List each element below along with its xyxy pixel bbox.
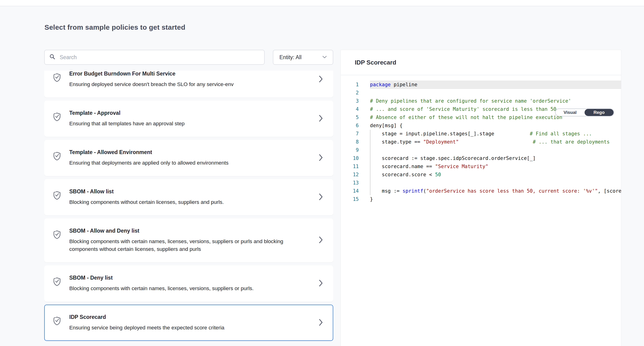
search-input[interactable] bbox=[59, 54, 260, 61]
policy-title: SBOM - Allow and Deny list bbox=[69, 228, 305, 234]
line-number: 13 bbox=[341, 179, 359, 187]
policy-title: SBOM - Allow list bbox=[69, 188, 305, 195]
code-line-12: 12 scorecard.score < 50 bbox=[341, 171, 621, 179]
code-line-14: 14 msg := sprintf("orderService has scor… bbox=[341, 187, 621, 195]
code-line-11: 11 scorecard.name == "Service Maturity" bbox=[341, 162, 621, 171]
line-number: 10 bbox=[341, 154, 359, 162]
policy-description: Ensuring service being deployed meets th… bbox=[69, 324, 292, 332]
policy-description: Blocking components with certain names, … bbox=[69, 238, 292, 253]
chevron-right-icon bbox=[319, 75, 323, 83]
chevron-down-icon bbox=[322, 55, 327, 59]
code-line-10: 10 scorecard := stage.spec.idpScorecard.… bbox=[341, 154, 621, 162]
policy-description: Ensuring that all templates have an appr… bbox=[69, 120, 292, 127]
policy-title: Error Budget Burndown For Multi Service bbox=[69, 71, 305, 77]
code-line-9: 9 bbox=[341, 146, 621, 154]
shield-check-icon bbox=[45, 314, 69, 332]
chevron-right-icon bbox=[319, 280, 323, 288]
line-number: 11 bbox=[341, 162, 359, 171]
policy-list-viewport: Error Budget Burndown For Multi ServiceE… bbox=[44, 71, 333, 346]
entity-filter-label: Entity: All bbox=[280, 54, 302, 60]
policy-card[interactable]: SBOM - Allow listBlocking components wit… bbox=[44, 179, 333, 215]
line-number: 3 bbox=[341, 97, 359, 105]
policy-card[interactable]: Template - Allowed EnvironmentEnsuring t… bbox=[44, 140, 333, 176]
toggle-option-rego[interactable]: Rego bbox=[584, 109, 614, 116]
policy-preview-panel: IDP Scorecard VisualRego 1package pipeli… bbox=[340, 50, 621, 346]
policy-card[interactable]: Error Budget Burndown For Multi ServiceE… bbox=[44, 71, 333, 97]
shield-check-icon bbox=[45, 275, 69, 292]
preview-title: IDP Scorecard bbox=[341, 50, 621, 75]
indent-guide-line bbox=[370, 130, 370, 195]
policy-description: Ensuring deployed service doesn't breach… bbox=[69, 80, 292, 88]
policy-title: Template - Allowed Environment bbox=[69, 149, 305, 155]
toggle-option-visual[interactable]: Visual bbox=[556, 109, 584, 116]
entity-filter-dropdown[interactable]: Entity: All bbox=[273, 50, 333, 65]
line-number: 14 bbox=[341, 187, 359, 195]
chevron-right-icon bbox=[319, 319, 323, 327]
policy-title: Template - Approval bbox=[69, 110, 305, 116]
code-line-6: 6deny[msg] { bbox=[341, 122, 621, 130]
chevron-right-icon bbox=[319, 193, 323, 201]
line-number: 12 bbox=[341, 171, 359, 179]
code-line-13: 13 bbox=[341, 179, 621, 187]
line-number: 4 bbox=[341, 105, 359, 113]
policy-card[interactable]: SBOM - Allow and Deny listBlocking compo… bbox=[44, 218, 333, 262]
code-line-15: 15} bbox=[341, 195, 621, 203]
line-number: 2 bbox=[341, 89, 359, 97]
code-line-2: 2 bbox=[341, 89, 621, 97]
policy-samples-page: Select from sample policies to get start… bbox=[0, 0, 644, 346]
shield-check-icon bbox=[45, 110, 69, 127]
search-icon bbox=[50, 54, 56, 61]
code-line-1: 1package pipeline bbox=[341, 81, 621, 89]
code-line-3: 3# Deny pipelines that are configured fo… bbox=[341, 97, 621, 105]
view-mode-toggle: VisualRego bbox=[555, 108, 614, 116]
shield-check-icon bbox=[45, 149, 69, 167]
code-line-7: 7 stage = input.pipeline.stages[_].stage… bbox=[341, 130, 621, 138]
policy-list: Error Budget Burndown For Multi ServiceE… bbox=[44, 71, 333, 341]
rego-code-editor[interactable]: VisualRego 1package pipeline23# Deny pip… bbox=[341, 75, 621, 203]
line-number: 9 bbox=[341, 146, 359, 154]
line-number: 1 bbox=[341, 81, 359, 89]
policy-title: IDP Scorecard bbox=[69, 314, 305, 320]
top-bar bbox=[0, 0, 644, 6]
policy-description: Ensuring that deployments are applied on… bbox=[69, 159, 292, 167]
shield-check-icon bbox=[45, 71, 69, 88]
page-title: Select from sample policies to get start… bbox=[44, 23, 185, 31]
shield-check-icon bbox=[45, 228, 69, 253]
line-number: 5 bbox=[341, 113, 359, 122]
chevron-right-icon bbox=[319, 154, 323, 162]
policy-description: Blocking components without certain lice… bbox=[69, 198, 292, 206]
shield-check-icon bbox=[45, 188, 69, 206]
policy-card[interactable]: Template - ApprovalEnsuring that all tem… bbox=[44, 100, 333, 137]
line-number: 15 bbox=[341, 195, 359, 203]
policy-description: Blocking components with certain names, … bbox=[69, 285, 292, 292]
chevron-right-icon bbox=[319, 115, 323, 123]
line-number: 8 bbox=[341, 138, 359, 146]
search-box bbox=[44, 50, 265, 65]
policy-card[interactable]: IDP ScorecardEnsuring service being depl… bbox=[44, 305, 333, 341]
policy-card[interactable]: SBOM - Deny listBlocking components with… bbox=[44, 265, 333, 302]
line-number: 6 bbox=[341, 122, 359, 130]
line-number: 7 bbox=[341, 130, 359, 138]
code-line-8: 8 stage.type == "Deployment" # ... that … bbox=[341, 138, 621, 146]
chevron-right-icon bbox=[319, 236, 323, 244]
policy-title: SBOM - Deny list bbox=[69, 275, 305, 281]
